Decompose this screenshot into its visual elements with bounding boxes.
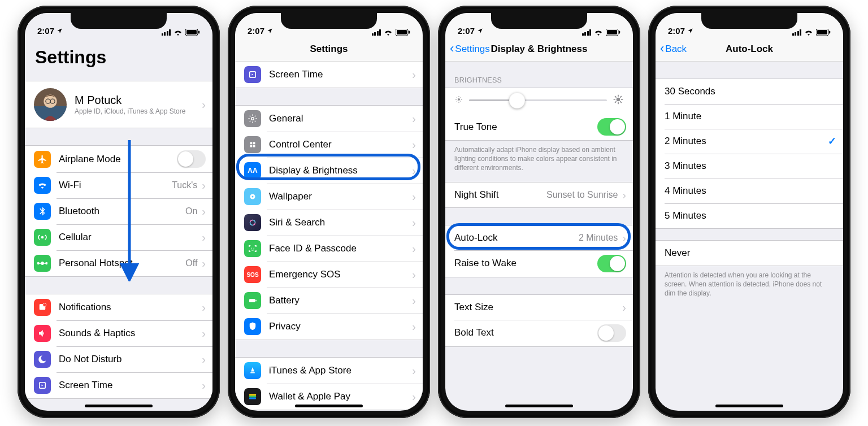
svg-rect-26 — [249, 299, 255, 302]
value: Sunset to Sunrise — [546, 190, 618, 200]
svg-line-46 — [457, 101, 457, 102]
row-siri-search[interactable]: Siri & Search› — [235, 210, 423, 236]
label: Notifications — [59, 302, 201, 313]
svg-rect-1 — [186, 30, 197, 34]
svg-point-21 — [252, 196, 254, 198]
location-icon — [57, 28, 63, 34]
row-battery[interactable]: Battery› — [235, 288, 423, 314]
chevron-right-icon: › — [412, 69, 416, 80]
notch — [491, 13, 587, 29]
true-tone-toggle[interactable] — [597, 118, 626, 136]
row-do-not-disturb[interactable]: Do Not Disturb › — [25, 346, 212, 372]
siri-icon — [244, 214, 261, 231]
row-true-tone[interactable]: True Tone — [445, 114, 633, 140]
battery-icon — [606, 29, 620, 36]
brightness-slider[interactable] — [445, 88, 633, 114]
chevron-right-icon: › — [202, 380, 206, 391]
row-wifi[interactable]: Wi-Fi Tuck's › — [25, 172, 212, 198]
status-time: 2:07 — [668, 26, 685, 36]
option-1-minute[interactable]: 1 Minute — [656, 104, 843, 129]
option-never[interactable]: Never — [656, 241, 843, 266]
chevron-right-icon: › — [412, 321, 416, 332]
row-screen-time[interactable]: Screen Time › — [25, 372, 212, 398]
svg-point-24 — [251, 248, 252, 249]
row-cellular[interactable]: Cellular › — [25, 224, 212, 250]
svg-rect-2 — [198, 31, 199, 34]
label: Screen Time — [269, 69, 411, 80]
label: 30 Seconds — [665, 86, 836, 97]
row-display-brightness[interactable]: AA Display & Brightness› — [235, 158, 423, 184]
row-face-id[interactable]: Face ID & Passcode› — [235, 236, 423, 262]
row-personal-hotspot[interactable]: Personal Hotspot Off › — [25, 250, 212, 276]
airplane-toggle[interactable] — [177, 150, 206, 168]
row-night-shift[interactable]: Night Shift Sunset to Sunrise › — [445, 182, 633, 207]
label: Never — [665, 247, 836, 259]
svg-point-25 — [254, 248, 255, 249]
row-notifications[interactable]: Notifications › — [25, 294, 212, 320]
raise-to-wake-toggle[interactable] — [597, 255, 626, 272]
row-auto-lock[interactable]: Auto-Lock 2 Minutes › — [445, 225, 633, 250]
row-raise-to-wake[interactable]: Raise to Wake — [445, 250, 633, 277]
sun-large-icon — [613, 94, 624, 107]
row-general[interactable]: General› — [235, 106, 423, 132]
chevron-right-icon: › — [202, 302, 206, 313]
label: Siri & Search — [269, 217, 411, 228]
label: 1 Minute — [665, 111, 836, 122]
label: Bold Text — [454, 327, 597, 338]
row-emergency-sos[interactable]: SOS Emergency SOS› — [235, 262, 423, 288]
row-bluetooth[interactable]: Bluetooth On › — [25, 198, 212, 224]
chevron-right-icon: › — [202, 258, 206, 269]
wifi-icon — [384, 29, 393, 36]
face-id-icon — [244, 240, 261, 257]
slider-thumb[interactable] — [509, 93, 525, 108]
option-3-minutes[interactable]: 3 Minutes — [656, 154, 843, 179]
back-button[interactable]: ‹Settings — [450, 37, 490, 61]
home-indicator — [505, 405, 573, 407]
label: Airplane Mode — [59, 154, 177, 165]
row-wallpaper[interactable]: Wallpaper› — [235, 184, 423, 210]
bold-text-toggle[interactable] — [597, 324, 626, 342]
chevron-right-icon: › — [412, 191, 416, 202]
row-privacy[interactable]: Privacy› — [235, 314, 423, 340]
chevron-right-icon: › — [412, 139, 416, 150]
chevron-right-icon: › — [412, 391, 416, 402]
row-bold-text[interactable]: Bold Text — [445, 320, 633, 346]
display-icon: AA — [244, 162, 261, 179]
option-2-minutes[interactable]: 2 Minutes✓ — [656, 129, 843, 154]
bluetooth-icon — [34, 203, 51, 220]
chevron-right-icon: › — [622, 302, 626, 313]
device-3: 2:07 ‹Settings Display & Brightness BRIG… — [438, 6, 640, 418]
dnd-icon — [34, 351, 51, 368]
option-4-minutes[interactable]: 4 Minutes — [656, 179, 843, 203]
row-control-center[interactable]: Control Center› — [235, 132, 423, 158]
apple-id-row[interactable]: M Potuck Apple ID, iCloud, iTunes & App … — [25, 81, 212, 128]
row-airplane-mode[interactable]: Airplane Mode — [25, 146, 212, 172]
row-itunes-app-store[interactable]: iTunes & App Store› — [235, 358, 423, 384]
sun-small-icon — [454, 95, 463, 106]
back-button[interactable]: ‹Back — [660, 37, 687, 61]
page-title: Settings — [25, 37, 212, 73]
row-text-size[interactable]: Text Size › — [445, 295, 633, 320]
svg-line-55 — [615, 101, 617, 103]
svg-rect-28 — [249, 394, 256, 396]
option-5-minutes[interactable]: 5 Minutes — [656, 203, 843, 228]
tutorial-four-phones: 2:07 Settings — [0, 0, 868, 426]
hotspot-icon — [34, 255, 51, 272]
notch — [71, 13, 167, 29]
battery-icon — [396, 29, 410, 36]
label: Do Not Disturb — [59, 354, 201, 365]
svg-rect-36 — [607, 30, 617, 34]
nav-bar: Settings — [235, 37, 423, 62]
row-screen-time[interactable]: Screen Time › — [235, 62, 423, 88]
chevron-right-icon: › — [202, 354, 206, 365]
chevron-right-icon: › — [202, 180, 206, 191]
status-time: 2:07 — [37, 26, 54, 36]
label: General — [269, 113, 411, 124]
row-sounds-haptics[interactable]: Sounds & Haptics › — [25, 320, 212, 346]
svg-rect-37 — [619, 31, 620, 34]
option-30-seconds[interactable]: 30 Seconds — [656, 79, 843, 104]
location-icon — [687, 28, 693, 34]
label: Emergency SOS — [269, 269, 411, 280]
label: Wi-Fi — [59, 180, 172, 191]
slider-track[interactable] — [469, 99, 607, 101]
